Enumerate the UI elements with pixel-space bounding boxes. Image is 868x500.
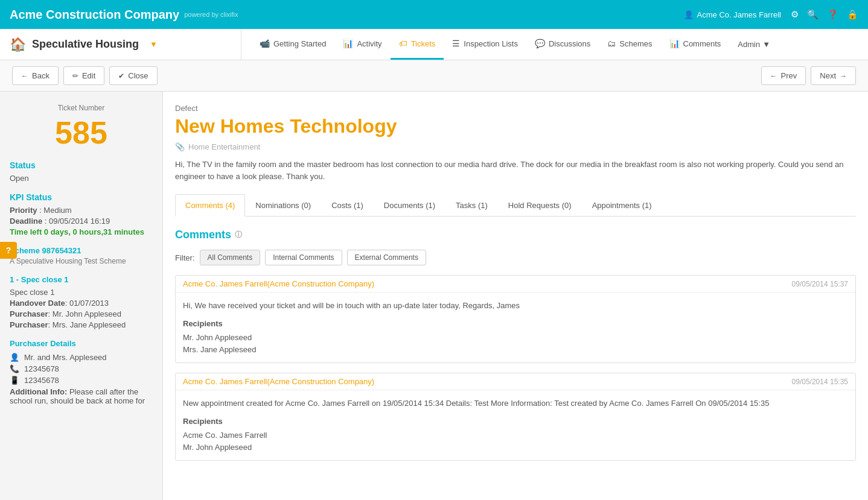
comment-date: 09/05/2014 15:37 xyxy=(792,280,848,288)
comment-date: 09/05/2014 15:35 xyxy=(792,378,848,386)
back-arrow-icon: ← xyxy=(21,72,28,80)
tag-icon: 🏷 xyxy=(399,39,407,48)
top-nav-left: Acme Construction Company powered by cli… xyxy=(10,8,238,22)
edit-button[interactable]: ✏ Edit xyxy=(63,66,104,85)
nav-getting-started[interactable]: 📹 Getting Started xyxy=(251,29,334,60)
comment-author[interactable]: Acme Co. James Farrell(Acme Construction… xyxy=(183,377,374,386)
brand-selector[interactable]: 🏠 Speculative Housing ▼ xyxy=(0,29,241,60)
mobile-icon: 📱 xyxy=(10,376,19,385)
deadline-label: Deadline xyxy=(10,217,42,226)
close-label: Close xyxy=(128,71,148,80)
filter-all-button[interactable]: All Comments xyxy=(200,250,261,265)
tab-documents[interactable]: Documents (1) xyxy=(374,194,445,217)
handover-value: 01/07/2013 xyxy=(69,299,109,308)
purchaser-details-title: Purchaser Details xyxy=(10,339,153,348)
next-button[interactable]: Next → xyxy=(811,66,856,85)
kpi-section: KPI Status Priority : Medium Deadline : … xyxy=(10,192,153,236)
purchaser-details-section: Purchaser Details 👤 Mr. and Mrs. Applese… xyxy=(10,339,153,405)
lock-icon[interactable]: 🔒 xyxy=(847,9,858,20)
comment-author[interactable]: Acme Co. James Farrell(Acme Construction… xyxy=(183,279,374,288)
user-menu[interactable]: 👤 Acme Co. James Farrell xyxy=(684,10,781,19)
close-button[interactable]: ✔ Close xyxy=(109,66,157,85)
ticket-type: Defect xyxy=(175,104,856,113)
plot-title[interactable]: 1 - Spec close 1 xyxy=(10,275,153,284)
person-icon: 👤 xyxy=(10,353,19,362)
main-layout: Ticket Number 585 Status Open KPI Status… xyxy=(0,92,868,500)
filter-internal-button[interactable]: Internal Comments xyxy=(265,250,342,265)
prev-button[interactable]: ← Prev xyxy=(761,66,806,85)
content-tabs: Comments (4) Nominations (0) Costs (1) D… xyxy=(175,194,856,217)
ticket-number: 585 xyxy=(10,115,153,151)
nav-inspection-lists-label: Inspection Lists xyxy=(464,39,518,48)
nav-admin[interactable]: Admin ▼ xyxy=(729,29,779,60)
nav-activity[interactable]: 📊 Activity xyxy=(334,29,390,60)
nav-icons: ⚙ 🔍 ❓ 🔒 xyxy=(791,9,858,20)
back-button[interactable]: ← Back xyxy=(12,66,59,85)
handover-row: Handover Date: 01/07/2013 xyxy=(10,299,153,308)
purchaser-name-row: 👤 Mr. and Mrs. Appleseed xyxy=(10,353,153,362)
chart-icon: 📊 xyxy=(343,39,353,48)
recipients-title: Recipients xyxy=(183,416,848,428)
search-icon[interactable]: 🔍 xyxy=(807,9,819,20)
filter-label: Filter: xyxy=(175,253,195,262)
priority-value: Medium xyxy=(43,206,71,215)
folder-icon: 🗂 xyxy=(607,39,616,48)
tab-appointments[interactable]: Appointments (1) xyxy=(582,194,662,217)
phone2: 12345678 xyxy=(24,376,59,385)
plot-name: Spec close 1 xyxy=(10,288,153,297)
tab-tasks[interactable]: Tasks (1) xyxy=(445,194,498,217)
nav-admin-label: Admin xyxy=(738,40,760,49)
user-name: Acme Co. James Farrell xyxy=(697,10,781,19)
purchaser2-label: Purchaser xyxy=(10,320,48,329)
settings-icon[interactable]: ⚙ xyxy=(791,9,799,20)
scheme-link[interactable]: Scheme 987654321 xyxy=(10,246,153,255)
toolbar-right: ← Prev Next → xyxy=(761,66,856,85)
back-label: Back xyxy=(32,71,49,80)
tab-hold-requests[interactable]: Hold Requests (0) xyxy=(498,194,582,217)
nav-tickets[interactable]: 🏷 Tickets xyxy=(391,29,444,60)
brand-name: Speculative Housing xyxy=(32,38,139,51)
tab-costs[interactable]: Costs (1) xyxy=(321,194,374,217)
prev-label: Prev xyxy=(781,71,797,80)
comments-help-icon[interactable]: ⓘ xyxy=(235,230,242,240)
brand-icon: 🏠 xyxy=(10,37,26,52)
check-icon: ✔ xyxy=(118,72,124,80)
nav-inspection-lists[interactable]: ☰ Inspection Lists xyxy=(444,29,526,60)
nav-schemes-label: Schemes xyxy=(619,39,652,48)
purchaser2-value: Mrs. Jane Appleseed xyxy=(53,320,126,329)
nav-reports[interactable]: 📊 Comments xyxy=(661,29,730,60)
purchaser2-row: Purchaser: Mrs. Jane Appleseed xyxy=(10,320,153,329)
time-left: Time left 0 days, 0 hours,31 minutes xyxy=(10,227,153,236)
status-value: Open xyxy=(10,174,153,183)
comment-card: Acme Co. James Farrell(Acme Construction… xyxy=(175,373,856,461)
priority-row: Priority : Medium xyxy=(10,206,153,215)
help-icon[interactable]: ❓ xyxy=(827,9,838,20)
top-navigation: Acme Construction Company powered by cli… xyxy=(0,0,868,29)
nav-tickets-label: Tickets xyxy=(411,39,436,48)
tab-comments[interactable]: Comments (4) xyxy=(175,194,245,217)
kpi-title: KPI Status xyxy=(10,192,153,202)
camera-icon: 📹 xyxy=(260,39,270,48)
purchaser1-value: Mr. John Appleseed xyxy=(53,309,121,318)
content-area: Defect New Homes Technology 📎 Home Enter… xyxy=(163,92,868,500)
status-title: Status xyxy=(10,160,153,170)
phone1-row: 📞 12345678 xyxy=(10,364,153,373)
ticket-number-label: Ticket Number xyxy=(10,104,153,112)
sub-navigation: 🏠 Speculative Housing ▼ 📹 Getting Starte… xyxy=(0,29,868,60)
deadline-row: Deadline : 09/05/2014 16:19 xyxy=(10,217,153,226)
nav-schemes[interactable]: 🗂 Schemes xyxy=(599,29,660,60)
comment-body: Hi, We have received your ticket and wil… xyxy=(176,292,855,362)
filter-external-button[interactable]: External Comments xyxy=(347,250,426,265)
next-arrow-icon: → xyxy=(840,72,847,80)
nav-activity-label: Activity xyxy=(357,39,381,48)
tab-nominations[interactable]: Nominations (0) xyxy=(245,194,321,217)
purchaser-name: Mr. and Mrs. Appleseed xyxy=(24,353,107,362)
nav-discussions[interactable]: 💬 Discussions xyxy=(526,29,599,60)
admin-chevron-icon: ▼ xyxy=(762,40,770,49)
scheme-section: Scheme 987654321 A Speculative Housing T… xyxy=(10,246,153,265)
ticket-category: 📎 Home Entertainment xyxy=(175,142,856,151)
comment-header: Acme Co. James Farrell(Acme Construction… xyxy=(176,276,855,292)
comments-heading-text: Comments xyxy=(175,229,231,241)
help-float-button[interactable]: ? xyxy=(0,242,17,259)
user-icon: 👤 xyxy=(684,10,694,19)
